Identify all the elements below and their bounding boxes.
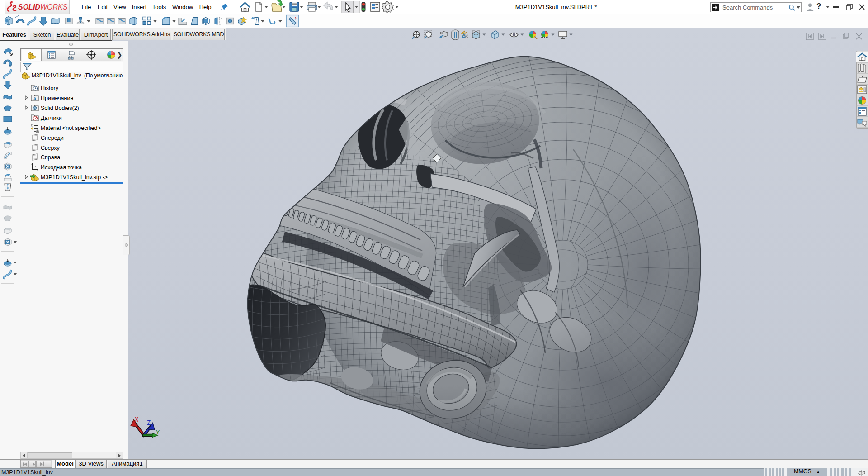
svg-text:Примечания: Примечания	[41, 95, 73, 101]
svg-text:X: X	[135, 416, 139, 424]
svg-text:History: History	[41, 85, 59, 91]
svg-text:Z: Z	[147, 419, 151, 427]
svg-text:Исходная точка: Исходная точка	[41, 164, 82, 171]
svg-text:A: A	[33, 96, 37, 101]
svg-text:Y: Y	[156, 429, 160, 436]
svg-text:Сверху: Сверху	[41, 145, 60, 151]
svg-text:M3P1D1V1Skull_inv.stp ->: M3P1D1V1Skull_inv.stp ->	[41, 174, 108, 181]
svg-text:M3P1D1V1Skull_inv (По умолчан: M3P1D1V1Skull_inv (По умолчанию<<По	[32, 72, 123, 79]
svg-text:SOLID: SOLID	[18, 3, 40, 11]
svg-text:Solid Bodies(2): Solid Bodies(2)	[41, 105, 79, 111]
svg-text:WORKS: WORKS	[40, 3, 68, 11]
svg-text:Датчики: Датчики	[41, 115, 62, 121]
svg-text:Справа: Справа	[41, 154, 60, 161]
svg-text:Спереди: Спереди	[41, 135, 64, 141]
svg-text:Material <not specified>: Material <not specified>	[41, 125, 101, 131]
